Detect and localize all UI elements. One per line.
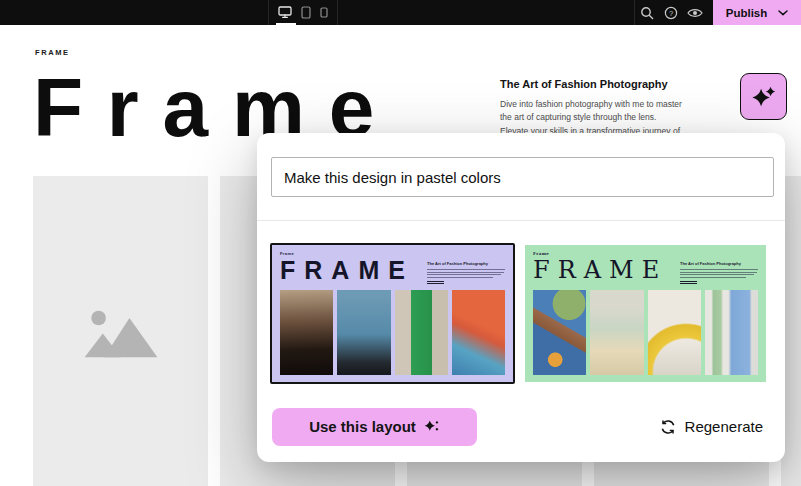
photo-arm-objects (533, 290, 586, 375)
poster-photos (533, 290, 758, 375)
poster-title: FRAME (280, 258, 427, 284)
layout-variant-pastel-lavender[interactable]: Frame FRAME The Art of Fashion Photograp… (270, 243, 515, 384)
page-label: FRAME (35, 48, 70, 57)
layout-variant-pastel-green[interactable]: Frame FRAME The Art of Fashion Photograp… (523, 243, 768, 384)
poster-meta-text (680, 269, 758, 278)
help-icon: ? (664, 6, 678, 20)
poster-meta-text (427, 269, 505, 278)
chevron-down-icon (778, 10, 788, 16)
divider (257, 220, 785, 221)
photo-orange-portrait (452, 290, 505, 375)
device-tablet-button[interactable] (301, 0, 311, 25)
poster-meta: The Art of Fashion Photography (680, 261, 758, 284)
sparkle-icon (423, 418, 440, 435)
device-desktop-button[interactable] (278, 0, 292, 25)
ai-assistant-button[interactable] (740, 73, 787, 120)
monitor-icon (278, 6, 292, 19)
photo-green-outfit (395, 290, 448, 375)
topbar: ? Publish (0, 0, 801, 25)
preview-button[interactable] (683, 0, 707, 25)
refresh-icon (660, 419, 676, 435)
photo-pastel-duo (590, 290, 643, 375)
poster-meta: The Art of Fashion Photography (427, 261, 505, 284)
prompt-input[interactable] (271, 157, 774, 197)
poster-photos (280, 290, 505, 375)
photo-sky-portrait (337, 290, 390, 375)
phone-icon (320, 7, 328, 18)
layout-variants: Frame FRAME The Art of Fashion Photograp… (270, 243, 768, 384)
tablet-icon (301, 6, 311, 19)
eye-icon (687, 7, 703, 19)
photo-blue-suit-duo (705, 290, 758, 375)
search-button[interactable] (635, 0, 659, 25)
poster-meta-link (427, 281, 444, 284)
device-phone-button[interactable] (320, 0, 328, 25)
topbar-right: ? Publish (634, 0, 801, 25)
ai-assistant-dialog: Frame FRAME The Art of Fashion Photograp… (257, 133, 785, 462)
image-mountains-icon (79, 304, 163, 360)
active-device-indicator (276, 23, 296, 26)
use-layout-button[interactable]: Use this layout (272, 408, 477, 446)
sparkles-icon (750, 83, 778, 111)
regenerate-label: Regenerate (685, 418, 763, 435)
app-window: ? Publish FRAME Frame The Art of Fashion… (0, 0, 801, 486)
image-placeholder-card[interactable] (33, 176, 208, 486)
use-layout-label: Use this layout (309, 418, 416, 435)
poster-meta-title: The Art of Fashion Photography (680, 261, 758, 266)
photo-sneaker-arc (648, 290, 701, 375)
poster-preview: Frame FRAME The Art of Fashion Photograp… (272, 245, 513, 382)
poster-preview: Frame FRAME The Art of Fashion Photograp… (525, 245, 766, 382)
poster-meta-title: The Art of Fashion Photography (427, 261, 505, 266)
poster-title: FRAME (533, 258, 680, 284)
poster-meta-link (680, 281, 697, 284)
device-switcher (268, 0, 338, 25)
help-button[interactable]: ? (659, 0, 683, 25)
article-title: The Art of Fashion Photography (500, 78, 685, 90)
publish-label: Publish (726, 7, 768, 19)
search-icon (640, 6, 654, 20)
publish-button[interactable]: Publish (713, 0, 801, 25)
regenerate-button[interactable]: Regenerate (660, 418, 763, 435)
dialog-actions: Use this layout Regenerate (272, 407, 770, 446)
svg-text:?: ? (669, 8, 673, 17)
photo-dark-portrait (280, 290, 333, 375)
